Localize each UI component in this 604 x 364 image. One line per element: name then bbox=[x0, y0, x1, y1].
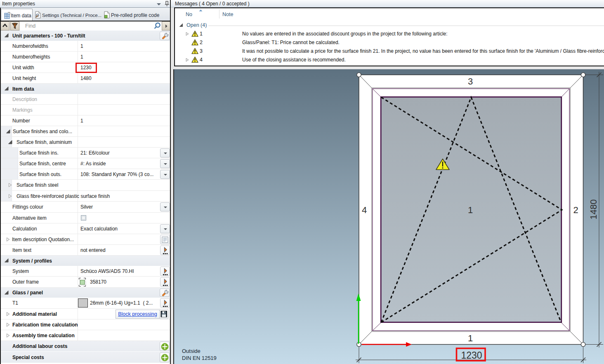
svg-text:1: 1 bbox=[468, 205, 473, 215]
svg-text:1480: 1480 bbox=[588, 200, 599, 220]
svg-text:Outside: Outside bbox=[182, 348, 201, 354]
svg-text:3: 3 bbox=[468, 76, 473, 87]
svg-text:4: 4 bbox=[362, 205, 367, 215]
svg-text:1: 1 bbox=[468, 333, 473, 343]
svg-text:2: 2 bbox=[573, 205, 578, 215]
svg-text:DIN EN 12519: DIN EN 12519 bbox=[182, 355, 217, 361]
svg-text:1230: 1230 bbox=[461, 350, 482, 361]
